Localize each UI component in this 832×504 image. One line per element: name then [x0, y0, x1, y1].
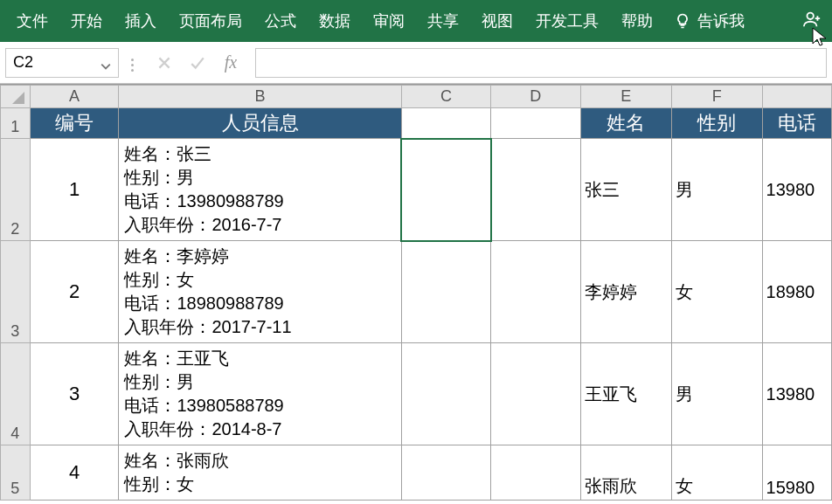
cell[interactable]: 18980: [762, 241, 831, 343]
formula-input[interactable]: [255, 48, 827, 78]
col-header-E[interactable]: E: [580, 86, 671, 108]
ribbon-tab-pagelayout[interactable]: 页面布局: [168, 0, 253, 42]
ribbon-tab-home[interactable]: 开始: [59, 0, 114, 42]
row-header[interactable]: 2: [1, 139, 31, 241]
cell[interactable]: 2: [30, 241, 119, 343]
cell[interactable]: 4: [30, 445, 119, 501]
name-box[interactable]: C2: [5, 48, 119, 78]
active-cell[interactable]: [401, 139, 490, 241]
cell[interactable]: [491, 445, 580, 501]
cell[interactable]: 15980: [762, 445, 831, 501]
col-header-C[interactable]: C: [401, 86, 490, 108]
tell-me-button[interactable]: 告诉我: [664, 10, 753, 31]
cell[interactable]: 13980: [762, 139, 831, 241]
table-row: 1 编号 人员信息 姓名 性别 电话: [1, 108, 832, 139]
cell[interactable]: 性别: [671, 108, 762, 139]
select-all-corner[interactable]: [1, 86, 31, 108]
ribbon-tab-file[interactable]: 文件: [5, 0, 59, 42]
cell[interactable]: 13980: [762, 343, 831, 445]
grid-table: A B C D E F 1 编号 人员信息 姓名 性别 电话 2 1 姓名：张三…: [0, 85, 832, 501]
ribbon-tab-view[interactable]: 视图: [470, 0, 524, 42]
cell[interactable]: 姓名：张雨欣性别：女: [119, 445, 401, 501]
row-header[interactable]: 4: [1, 343, 31, 445]
formula-bar: C2 fx: [0, 42, 832, 84]
cell[interactable]: 姓名：王亚飞性别：男电话：13980588789入职年份：2014-8-7: [119, 343, 401, 445]
divider-dots-icon: [124, 53, 140, 72]
table-row: 3 2 姓名：李婷婷性别：女电话：18980988789入职年份：2017-7-…: [1, 241, 832, 343]
cell[interactable]: 3: [30, 343, 119, 445]
col-header-F[interactable]: F: [671, 86, 762, 108]
worksheet-area[interactable]: A B C D E F 1 编号 人员信息 姓名 性别 电话 2 1 姓名：张三…: [0, 84, 832, 504]
cancel-button[interactable]: [149, 48, 180, 78]
ribbon-tab-developer[interactable]: 开发工具: [524, 0, 610, 42]
cell[interactable]: [401, 445, 490, 501]
chevron-down-icon: [101, 58, 111, 68]
ribbon: 文件 开始 插入 页面布局 公式 数据 审阅 共享 视图 开发工具 帮助 告诉我: [0, 0, 832, 42]
cell[interactable]: [491, 241, 580, 343]
name-box-value: C2: [13, 53, 33, 72]
cell[interactable]: [401, 108, 490, 139]
cell[interactable]: [491, 343, 580, 445]
col-header-A[interactable]: A: [30, 86, 119, 108]
ribbon-tab-share[interactable]: 共享: [416, 0, 470, 42]
cell[interactable]: 姓名：张三性别：男电话：13980988789入职年份：2016-7-7: [119, 139, 401, 241]
cell[interactable]: 男: [671, 343, 762, 445]
cell[interactable]: [401, 241, 490, 343]
col-header-G[interactable]: [762, 86, 831, 108]
cell[interactable]: 1: [30, 139, 119, 241]
cell[interactable]: 编号: [30, 108, 119, 139]
lightbulb-icon: [673, 11, 692, 31]
cell[interactable]: 男: [671, 139, 762, 241]
cell[interactable]: 电话: [762, 108, 831, 139]
formula-buttons: fx: [145, 48, 250, 78]
cell[interactable]: 王亚飞: [580, 343, 671, 445]
row-header[interactable]: 3: [1, 241, 31, 343]
svg-point-0: [808, 12, 814, 18]
cell[interactable]: [491, 139, 580, 241]
col-header-D[interactable]: D: [491, 86, 580, 108]
table-row: 4 3 姓名：王亚飞性别：男电话：13980588789入职年份：2014-8-…: [1, 343, 832, 445]
ribbon-tab-formulas[interactable]: 公式: [253, 0, 308, 42]
col-header-B[interactable]: B: [119, 86, 401, 108]
row-header-1[interactable]: 1: [1, 108, 31, 139]
cell[interactable]: 李婷婷: [580, 241, 671, 343]
cell[interactable]: 女: [671, 241, 762, 343]
tell-me-label: 告诉我: [697, 10, 745, 31]
ribbon-tab-data[interactable]: 数据: [308, 0, 362, 42]
cell[interactable]: 人员信息: [119, 108, 401, 139]
table-row: 5 4 姓名：张雨欣性别：女 张雨欣 女 15980: [1, 445, 832, 501]
ribbon-tab-help[interactable]: 帮助: [610, 0, 664, 42]
cell[interactable]: [491, 108, 580, 139]
column-header-row: A B C D E F: [1, 86, 832, 108]
share-account-icon[interactable]: [797, 10, 827, 33]
ribbon-tab-review[interactable]: 审阅: [362, 0, 416, 42]
enter-button[interactable]: [182, 48, 213, 78]
cell[interactable]: 张三: [580, 139, 671, 241]
insert-function-button[interactable]: fx: [215, 48, 246, 78]
table-row: 2 1 姓名：张三性别：男电话：13980988789入职年份：2016-7-7…: [1, 139, 832, 241]
cell[interactable]: 张雨欣: [580, 445, 671, 501]
cell[interactable]: 姓名: [580, 108, 671, 139]
cell[interactable]: [401, 343, 490, 445]
row-header[interactable]: 5: [1, 445, 31, 501]
cell[interactable]: 女: [671, 445, 762, 501]
cell[interactable]: 姓名：李婷婷性别：女电话：18980988789入职年份：2017-7-11: [119, 241, 401, 343]
ribbon-tab-insert[interactable]: 插入: [114, 0, 168, 42]
